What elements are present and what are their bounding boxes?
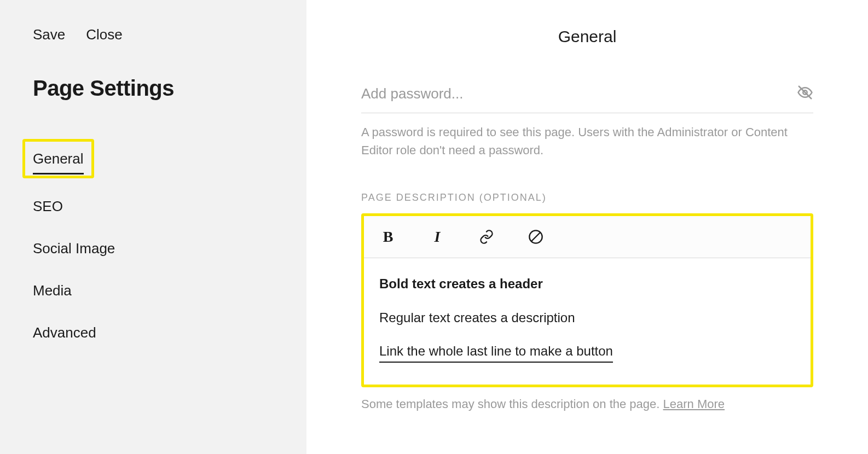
nav-item-social-image[interactable]: Social Image xyxy=(33,235,115,263)
description-section-label: PAGE DESCRIPTION (OPTIONAL) xyxy=(361,192,813,203)
italic-button[interactable]: I xyxy=(429,228,446,246)
password-row xyxy=(361,84,813,113)
nav-item-advanced[interactable]: Advanced xyxy=(33,319,96,347)
main-content: A password is required to see this page.… xyxy=(356,84,819,411)
main-panel: General A password is required to see th… xyxy=(306,0,868,454)
visibility-off-icon[interactable] xyxy=(797,84,813,103)
nav-item-general[interactable]: General xyxy=(33,145,84,174)
editor-line-link: Link the whole last line to make a butto… xyxy=(379,342,613,363)
clear-format-icon xyxy=(528,229,543,245)
description-footer-help: Some templates may show this description… xyxy=(361,397,813,411)
close-button[interactable]: Close xyxy=(86,26,122,43)
editor-body[interactable]: Bold text creates a header Regular text … xyxy=(364,258,811,385)
bold-button[interactable]: B xyxy=(379,228,397,246)
clear-format-button[interactable] xyxy=(527,228,545,246)
save-button[interactable]: Save xyxy=(33,26,65,43)
editor-toolbar: B I xyxy=(364,216,811,258)
sidebar-actions: Save Close xyxy=(33,26,274,43)
description-editor-highlight: B I Bold text creates a header xyxy=(361,213,813,387)
nav-item-media[interactable]: Media xyxy=(33,277,72,305)
main-title: General xyxy=(356,27,819,46)
highlight-general: General xyxy=(22,139,94,178)
password-input[interactable] xyxy=(361,85,797,102)
svg-line-3 xyxy=(532,233,540,241)
editor-line-bold: Bold text creates a header xyxy=(379,275,795,293)
learn-more-link[interactable]: Learn More xyxy=(663,397,725,411)
description-footer-text: Some templates may show this description… xyxy=(361,397,663,411)
link-button[interactable] xyxy=(478,228,495,246)
page-title: Page Settings xyxy=(33,76,274,101)
nav-item-seo[interactable]: SEO xyxy=(33,193,63,220)
password-help-text: A password is required to see this page.… xyxy=(361,123,813,159)
link-icon xyxy=(479,229,494,245)
sidebar-nav: General SEO Social Image Media Advanced xyxy=(33,139,274,347)
editor-line-regular: Regular text creates a description xyxy=(379,309,795,327)
sidebar: Save Close Page Settings General SEO Soc… xyxy=(0,0,306,454)
